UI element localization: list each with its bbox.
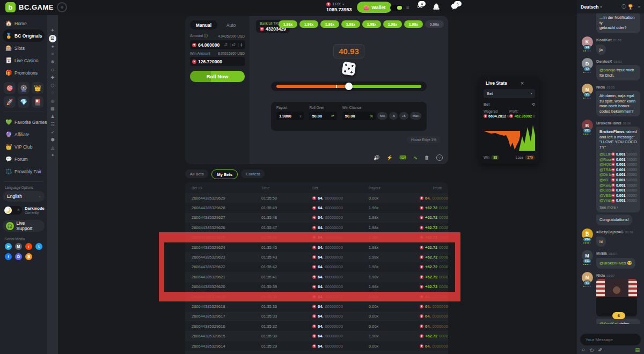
game-shortcut-icon[interactable]: ✦ (49, 152, 56, 159)
win-amount-input[interactable]: 126.720000 (190, 57, 245, 66)
bet-row[interactable]: 260644385329621 01:35:41 64.00000000 1.9… (185, 272, 448, 282)
balance-display[interactable]: TRX ▾ 1089.73953 (326, 2, 352, 12)
attachment-icon[interactable]: 🖇 (598, 348, 602, 352)
amount-input[interactable]: 64.000000 /2 x2 ▲▼ (190, 40, 245, 49)
tab-auto[interactable]: Auto (217, 20, 245, 30)
history-pill[interactable]: 1.98x (383, 20, 402, 28)
bet-row[interactable]: 260644385329613 01:35:28 64.00000000 0.0… (185, 351, 448, 354)
history-pill[interactable]: 0.00x (425, 20, 444, 28)
logo[interactable]: b BC.GAME (5, 2, 67, 12)
bet-row[interactable]: 260644385329615 01:35:30 64.00000000 1.9… (185, 331, 448, 341)
chance-quick-button[interactable]: -5 (389, 112, 397, 120)
username[interactable]: DeniseX01:03 (596, 59, 640, 64)
tab-my-bets[interactable]: My Bets (211, 169, 238, 179)
new-messages-badge[interactable]: 6 (612, 312, 625, 319)
game-shortcut-icon[interactable]: ❋ (49, 58, 56, 65)
live-support-button[interactable]: 🎧 Live Support (3, 220, 45, 232)
sidebar-item[interactable]: 🏅 BC Originals (3, 30, 45, 42)
trophy-icon[interactable]: 🏆 (627, 4, 633, 10)
mention[interactable]: @Vinstorino (599, 198, 611, 203)
username[interactable]: Nida01:05 (596, 85, 640, 90)
game-shortcut-icon[interactable]: ⊙ (49, 67, 56, 73)
history-pill[interactable]: 1.98x (299, 20, 318, 28)
sidebar-collapse-button[interactable] (57, 2, 67, 12)
social-icon[interactable]: t (35, 243, 42, 250)
chat-info-icon[interactable]: ⓘ (621, 4, 626, 10)
hotkeys-icon[interactable]: ⌨ (399, 155, 406, 160)
sidebar-item[interactable]: 🎁 Promotions (3, 67, 45, 79)
username[interactable]: KoolKat01:03 (596, 38, 640, 42)
social-icon[interactable]: D (15, 253, 22, 260)
mention[interactable]: @BrokenFives (599, 261, 626, 266)
chat-message-input[interactable] (584, 337, 644, 343)
game-shortcut-icon[interactable]: ♠ (49, 43, 56, 50)
bet-row[interactable]: 260644385329627 01:35:48 64.00000000 1.9… (185, 213, 448, 223)
volume-icon[interactable]: 🔊 (374, 155, 379, 160)
turbo-icon[interactable]: ⚡ (386, 155, 392, 160)
mention[interactable]: @TRACTORCB (599, 167, 611, 173)
swap-icon[interactable]: ⇄ (331, 114, 334, 118)
mention[interactable]: @HOOPIE (599, 162, 611, 167)
game-shortcut-icon[interactable]: ⬢ (49, 136, 56, 143)
tab-all-bets[interactable]: All Bets (185, 169, 208, 178)
help-icon[interactable]: ? (436, 154, 443, 161)
slider-handle[interactable] (345, 83, 353, 90)
mention[interactable]: @Dk lotas (599, 172, 611, 178)
game-tile[interactable]: 💎 (18, 96, 30, 108)
chat-language-select[interactable]: Deutsch (581, 4, 599, 10)
bet-row[interactable]: 260644385329614 01:35:29 64.00000000 0.0… (185, 341, 448, 351)
bet-row[interactable]: 260644385329629 01:35:50 64.00000000 0.0… (185, 193, 448, 203)
wallet-button[interactable]: 👛 Wallet (357, 2, 392, 13)
see-more-link[interactable]: See more › (599, 205, 637, 210)
bet-row[interactable]: 260644385329616 01:35:32 64.00000000 0.0… (185, 321, 448, 331)
game-shortcut-icon[interactable]: ✚ (49, 74, 56, 81)
bet-row[interactable]: 260644385329619 01:35:38 64.00000000 0.0… (185, 292, 448, 301)
game-shortcut-icon[interactable]: ⚄ (49, 35, 56, 42)
history-pill[interactable]: 1.98x (341, 20, 360, 28)
mention[interactable]: @dB (599, 178, 608, 183)
game-shortcut-icon[interactable]: ✈ (49, 27, 56, 34)
history-pill[interactable]: 1.98x (362, 20, 381, 28)
game-shortcut-icon[interactable]: ➶ (49, 129, 56, 136)
chance-quick-button[interactable]: +5 (399, 112, 408, 120)
chat-rules-icon[interactable]: ▤ (635, 347, 640, 352)
payout-input[interactable]: 1.9800 x (276, 112, 304, 120)
game-tile[interactable]: 🎴 (32, 96, 43, 108)
slider-track[interactable] (276, 85, 421, 88)
game-shortcut-icon[interactable]: ⌗ (49, 51, 56, 58)
chance-quick-button[interactable]: Max (410, 112, 421, 120)
game-shortcut-icon[interactable]: ⬡ (49, 82, 56, 89)
sidebar-item[interactable]: 🎰 Slots (3, 42, 45, 54)
stats-mode-select[interactable]: Bet › (484, 89, 535, 98)
username[interactable]: =BetyCajnz=G01:06 (596, 230, 640, 234)
game-tile[interactable]: 🚀 (4, 96, 16, 108)
double-button[interactable]: x2 (230, 43, 237, 47)
game-shortcut-icon[interactable]: ♢ (49, 90, 56, 97)
game-shortcut-icon[interactable]: ♟ (49, 113, 56, 120)
roll-slider[interactable] (271, 82, 427, 91)
bet-row[interactable]: 260644385329617 01:35:33 64.00000000 0.0… (185, 312, 448, 321)
inbox-icon[interactable]: ✉ 4 (418, 3, 422, 10)
collapse-chat-icon[interactable]: » (638, 4, 640, 9)
chance-quick-button[interactable]: Min (377, 112, 388, 120)
game-tile[interactable]: 👑 (32, 82, 43, 94)
mention[interactable]: @Rosel96 (599, 157, 611, 163)
history-pill[interactable]: 1.98x (404, 20, 423, 28)
mention[interactable]: @KoolKat (599, 321, 618, 324)
bet-row[interactable]: 260644385329623 01:35:43 64.00000000 1.9… (185, 252, 448, 262)
reset-icon[interactable]: ⟲ (532, 102, 535, 107)
social-icon[interactable]: M (15, 243, 22, 250)
gif-image[interactable] (596, 279, 637, 316)
game-shortcut-icon[interactable]: ◎ (49, 98, 56, 105)
emoji-icon[interactable]: ☺ (581, 348, 586, 352)
tab-contest[interactable]: Contest (241, 169, 265, 178)
info-icon[interactable]: ⓘ (204, 34, 208, 38)
sidebar-item[interactable]: 🏠 Home (3, 17, 45, 30)
sidebar-item[interactable]: 👑 VIP Club (3, 141, 45, 153)
bet-row[interactable]: 260644385329618 01:35:36 64.00000000 0.0… (185, 301, 448, 311)
tab-manual[interactable]: Manual (190, 20, 217, 30)
mention[interactable]: @ELtPia. (599, 152, 611, 157)
seeds-icon[interactable]: 🗑 (425, 155, 429, 160)
sidebar-item[interactable]: ⚖️ Provably Fair (3, 165, 45, 178)
game-tile[interactable]: 🎯 (4, 82, 16, 94)
